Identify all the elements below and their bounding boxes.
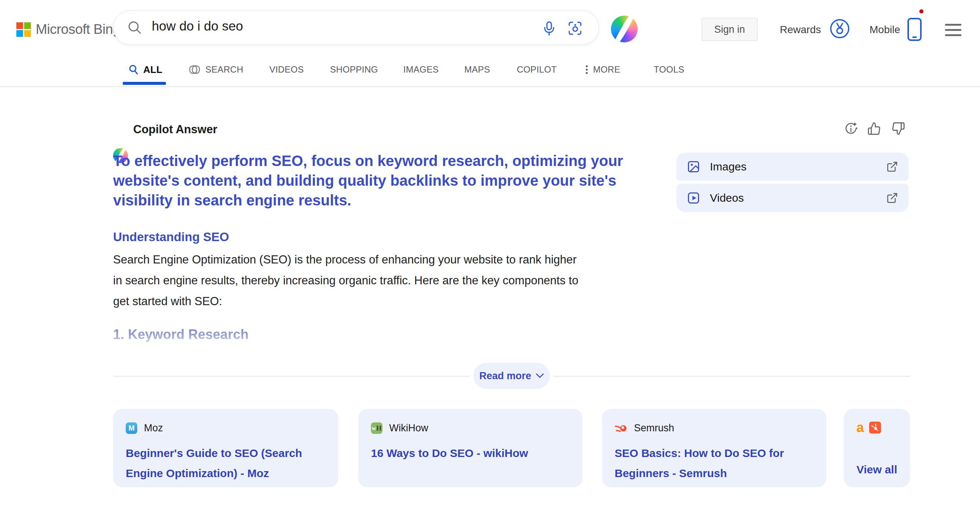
tab-videos[interactable]: VIDEOS — [269, 63, 304, 76]
hamburger-menu-icon[interactable] — [945, 24, 961, 37]
copilot-answer-title: Copilot Answer — [133, 123, 217, 136]
copilot-logo[interactable] — [611, 16, 638, 42]
external-link-icon — [886, 161, 898, 173]
videos-icon — [687, 191, 700, 205]
sign-in-button[interactable]: Sign in — [702, 18, 757, 41]
semrush-icon — [615, 423, 627, 434]
tab-maps[interactable]: MAPS — [465, 63, 490, 76]
read-more-label: Read more — [479, 370, 531, 382]
microsoft-logo-square-red — [16, 22, 23, 29]
source-site-name: WikiHow — [389, 422, 428, 434]
ahrefs-icon: a — [856, 421, 864, 434]
wikihow-icon: wH — [371, 422, 382, 434]
tab-all[interactable]: ALL — [128, 63, 162, 76]
source-card-wikihow[interactable]: wH WikiHow 16 Ways to Do SEO - wikiHow — [358, 409, 583, 487]
source-title: 16 Ways to Do SEO - wikiHow — [371, 443, 570, 463]
tab-all-label: ALL — [143, 64, 162, 76]
tab-copilot[interactable]: COPILOT — [517, 63, 557, 76]
source-site-name: Moz — [144, 422, 163, 434]
brand-wordmark[interactable]: Microsoft Bing — [36, 22, 120, 37]
active-tab-underline — [123, 82, 166, 85]
chevron-down-icon — [536, 373, 544, 378]
thumbs-down-icon[interactable] — [891, 122, 905, 137]
search-input[interactable]: how do i do seo — [152, 19, 243, 33]
sidebar-videos-label: Videos — [710, 192, 744, 204]
tab-shopping[interactable]: SHOPPING — [330, 63, 378, 76]
rewards-link[interactable]: Rewards — [780, 24, 821, 36]
answer-section-heading: Understanding SEO — [113, 230, 229, 244]
answer-body: Search Engine Optimization (SEO) is the … — [113, 249, 664, 312]
all-search-icon — [128, 64, 139, 75]
generative-search-icon — [188, 63, 201, 76]
ai-info-icon[interactable] — [844, 122, 858, 137]
source-card-moz[interactable]: M Moz Beginner's Guide to SEO (Search En… — [113, 409, 338, 487]
microsoft-logo-square-yellow — [24, 30, 31, 37]
thumbs-up-icon[interactable] — [867, 122, 881, 137]
sidebar-item-videos[interactable]: Videos — [676, 184, 908, 212]
mobile-phone-icon[interactable] — [907, 18, 921, 41]
images-icon — [687, 160, 700, 174]
sidebar-images-label: Images — [710, 160, 746, 173]
microsoft-logo-square-green — [24, 22, 31, 29]
view-all-label: View all — [856, 463, 897, 476]
mobile-link[interactable]: Mobile — [870, 24, 900, 36]
tab-images[interactable]: IMAGES — [403, 63, 439, 76]
source-title: SEO Basics: How to Do SEO for Beginners … — [615, 443, 814, 483]
source-site-name: Semrush — [634, 422, 674, 434]
tab-search-label: SEARCH — [205, 64, 243, 75]
external-link-icon — [886, 192, 898, 204]
hubspot-icon — [869, 422, 881, 433]
visual-search-icon[interactable] — [567, 20, 583, 38]
header-divider — [0, 86, 980, 87]
search-icon — [127, 19, 143, 37]
answer-truncated-heading: 1. Keyword Research — [113, 327, 248, 343]
view-all-card[interactable]: a View all — [844, 409, 910, 487]
sidebar-item-images[interactable]: Images — [676, 153, 908, 181]
tab-tools[interactable]: TOOLS — [654, 63, 684, 76]
microsoft-logo[interactable] — [16, 22, 31, 37]
microsoft-logo-square-blue — [16, 30, 23, 37]
source-card-semrush[interactable]: Semrush SEO Basics: How to Do SEO for Be… — [602, 409, 826, 487]
read-more-button[interactable]: Read more — [473, 363, 550, 389]
tab-more[interactable]: MORE — [585, 63, 620, 76]
source-title: Beginner's Guide to SEO (Search Engine O… — [126, 443, 326, 483]
more-dots-icon — [585, 64, 589, 75]
microphone-icon[interactable] — [541, 20, 557, 38]
rewards-medal-icon[interactable] — [829, 18, 851, 41]
moz-icon: M — [126, 422, 137, 434]
tab-search[interactable]: SEARCH — [188, 63, 243, 76]
answer-headline: To effectively perform SEO, focus on key… — [113, 151, 645, 210]
notification-dot — [918, 8, 924, 14]
